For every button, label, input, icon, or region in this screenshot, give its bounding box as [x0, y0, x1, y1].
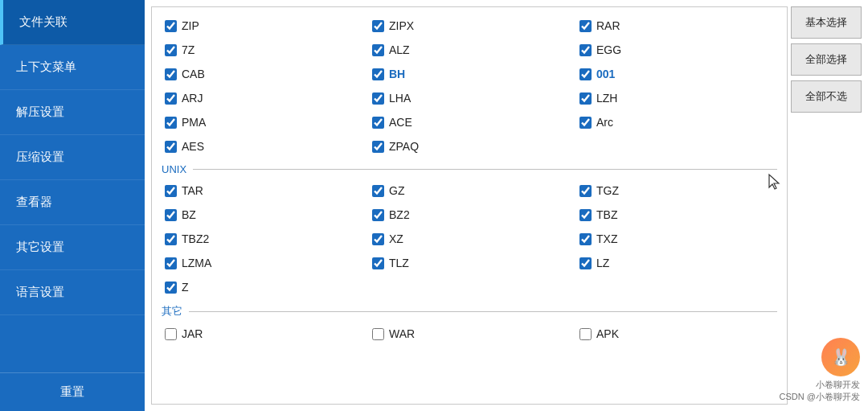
checkbox-7z[interactable] — [165, 44, 177, 56]
checkbox-lz[interactable] — [579, 257, 592, 269]
format-cell-rar[interactable]: RAR — [573, 15, 780, 36]
format-cell-tbz2[interactable]: TBZ2 — [158, 228, 366, 249]
format-cell-lz[interactable]: LZ — [573, 253, 780, 273]
format-cell-z[interactable]: Z — [158, 277, 366, 298]
checkbox-bz2[interactable] — [372, 209, 384, 221]
checkbox-arj[interactable] — [165, 92, 177, 105]
checkbox-zpaq[interactable] — [372, 141, 384, 153]
checkbox-arc[interactable] — [579, 117, 592, 129]
checkbox-txz[interactable] — [579, 233, 592, 245]
label-zpaq: ZPAQ — [389, 140, 419, 153]
format-cell-001[interactable]: 001 — [573, 64, 780, 84]
unix-row-2: BZ BZ2 TBZ — [152, 203, 787, 227]
format-cell-bz[interactable]: BZ — [158, 204, 366, 225]
checkbox-xz[interactable] — [372, 233, 384, 245]
checkbox-rar[interactable] — [579, 20, 592, 32]
format-cell-lzma[interactable]: LZMA — [158, 253, 366, 273]
format-cell-alz[interactable]: ALZ — [366, 39, 573, 60]
label-lz: LZ — [596, 257, 609, 269]
format-cell-arc[interactable]: Arc — [573, 112, 780, 133]
checkbox-001[interactable] — [579, 68, 592, 80]
format-cell-tgz[interactable]: TGZ — [573, 180, 780, 201]
format-cell-ace[interactable]: ACE — [366, 112, 573, 133]
checkbox-tgz[interactable] — [579, 185, 592, 197]
sidebar-item-viewer[interactable]: 查看器 — [0, 180, 145, 225]
label-ace: ACE — [389, 116, 412, 129]
sidebar-bottom: 重置 — [0, 372, 145, 411]
format-cell-gz[interactable]: GZ — [366, 180, 573, 201]
checkbox-pma[interactable] — [165, 117, 177, 129]
format-cell-apk[interactable]: APK — [573, 323, 780, 344]
format-cell-war[interactable]: WAR — [366, 323, 573, 344]
checkbox-cab[interactable] — [165, 68, 177, 80]
checkbox-apk[interactable] — [579, 328, 592, 340]
format-cell-bz2[interactable]: BZ2 — [366, 204, 573, 225]
format-cell-tbz[interactable]: TBZ — [573, 204, 780, 225]
reset-button[interactable]: 重置 — [0, 373, 145, 411]
checkbox-tar[interactable] — [165, 185, 177, 197]
select-all-button[interactable]: 全部选择 — [791, 43, 862, 76]
checkbox-tbz[interactable] — [579, 209, 592, 221]
label-rar: RAR — [596, 19, 620, 32]
format-cell-egg[interactable]: EGG — [573, 39, 780, 60]
format-cell-zipx[interactable]: ZIPX — [366, 15, 573, 36]
format-cell-7z[interactable]: 7Z — [158, 39, 366, 60]
unix-row-5: Z — [152, 275, 787, 299]
checkbox-lha[interactable] — [372, 92, 384, 105]
deselect-all-button[interactable]: 全部不选 — [791, 80, 862, 113]
format-cell-txz[interactable]: TXZ — [573, 228, 780, 249]
label-tar: TAR — [182, 184, 203, 197]
sidebar-item-compress-settings[interactable]: 压缩设置 — [0, 135, 145, 180]
sidebar-item-extract-settings[interactable]: 解压设置 — [0, 90, 145, 135]
format-cell-tlz[interactable]: TLZ — [366, 253, 573, 273]
format-cell-zip[interactable]: ZIP — [158, 15, 366, 36]
checkbox-jar[interactable] — [165, 328, 177, 340]
format-cell-aes[interactable]: AES — [158, 136, 366, 157]
format-list-panel: ZIP ZIPX RAR 7Z ALZ — [151, 6, 788, 405]
other-section-label: 其它 — [152, 299, 787, 322]
checkbox-aes[interactable] — [165, 141, 177, 153]
label-gz: GZ — [389, 184, 404, 197]
checkbox-war[interactable] — [372, 328, 384, 340]
unix-row-4: LZMA TLZ LZ — [152, 251, 787, 275]
format-cell-lzh[interactable]: LZH — [573, 88, 780, 109]
checkbox-z[interactable] — [165, 282, 177, 294]
checkbox-alz[interactable] — [372, 44, 384, 56]
other-row-1: JAR WAR APK — [152, 322, 787, 346]
label-tbz2: TBZ2 — [182, 232, 209, 245]
sidebar-item-file-assoc[interactable]: 文件关联 — [0, 0, 145, 45]
checkbox-gz[interactable] — [372, 185, 384, 197]
checkbox-bz[interactable] — [165, 209, 177, 221]
format-cell-pma[interactable]: PMA — [158, 112, 366, 133]
format-row-4: ARJ LHA LZH — [152, 86, 787, 110]
checkbox-egg[interactable] — [579, 44, 592, 56]
format-cell-lha[interactable]: LHA — [366, 88, 573, 109]
checkbox-bh[interactable] — [372, 68, 384, 80]
format-cell-xz[interactable]: XZ — [366, 228, 573, 249]
label-pma: PMA — [182, 116, 206, 129]
format-cell-jar[interactable]: JAR — [158, 323, 366, 344]
format-row-6: AES ZPAQ — [152, 134, 787, 158]
format-cell-empty2 — [366, 277, 573, 298]
label-apk: APK — [596, 327, 619, 340]
format-cell-bh[interactable]: BH — [366, 64, 573, 84]
format-scroll-area[interactable]: ZIP ZIPX RAR 7Z ALZ — [152, 7, 787, 404]
format-cell-tar[interactable]: TAR — [158, 180, 366, 201]
sidebar-item-other-settings[interactable]: 其它设置 — [0, 225, 145, 270]
sidebar-item-language[interactable]: 语言设置 — [0, 270, 145, 315]
basic-select-button[interactable]: 基本选择 — [791, 6, 862, 39]
checkbox-ace[interactable] — [372, 117, 384, 129]
checkbox-tbz2[interactable] — [165, 233, 177, 245]
checkbox-tlz[interactable] — [372, 257, 384, 269]
checkbox-lzh[interactable] — [579, 92, 592, 105]
format-cell-cab[interactable]: CAB — [158, 64, 366, 84]
checkbox-lzma[interactable] — [165, 257, 177, 269]
label-tgz: TGZ — [596, 184, 619, 197]
checkbox-zip[interactable] — [165, 20, 177, 32]
label-7z: 7Z — [182, 43, 194, 56]
format-cell-zpaq[interactable]: ZPAQ — [366, 136, 573, 157]
sidebar-item-context-menu[interactable]: 上下文菜单 — [0, 45, 145, 90]
label-lzma: LZMA — [182, 257, 211, 269]
format-cell-arj[interactable]: ARJ — [158, 88, 366, 109]
checkbox-zipx[interactable] — [372, 20, 384, 32]
